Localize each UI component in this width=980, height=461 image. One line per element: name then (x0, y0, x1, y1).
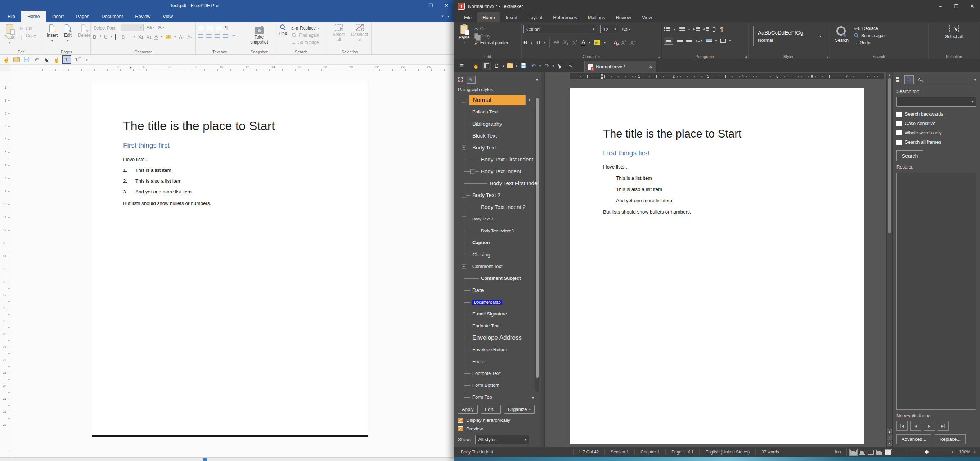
style-item-footer[interactable]: Footer (457, 356, 539, 367)
thumbnails-tab-icon[interactable] (896, 77, 900, 83)
align-left-button[interactable] (664, 37, 673, 45)
style-item-comment-subject[interactable]: Comment Subject (457, 272, 539, 284)
style-item-body-text-indent-3[interactable]: Body Text Indent 3 (457, 225, 539, 237)
paragraph-marks-icon[interactable]: ¶ (721, 26, 723, 32)
menu-item-mailings[interactable]: Mailings (582, 12, 611, 22)
checkbox-display-hierarchically[interactable]: ✓Display hierarchically (458, 418, 538, 423)
select-all-button[interactable]: Select all (331, 24, 347, 48)
align-right-icon[interactable] (215, 34, 220, 38)
textbox-overflow-icon[interactable] (207, 26, 213, 30)
bold-button[interactable]: B (523, 40, 527, 45)
indent-marker[interactable] (601, 74, 603, 79)
shrink-font-button[interactable]: A− (187, 34, 192, 40)
minimize-button[interactable]: – (407, 0, 423, 11)
font-size-select[interactable]: ▾ (121, 24, 144, 31)
line-spacing-button[interactable]: ↕≡▾ (695, 38, 702, 43)
checkbox-search-backwards[interactable]: Search backwards (896, 111, 976, 117)
take-snapshot-button[interactable]: Take snapshot (246, 24, 272, 46)
advanced-button[interactable]: Advanced... (896, 434, 931, 444)
menu-item-file[interactable]: File (2, 11, 21, 22)
text-page[interactable]: The title is the place to Start First th… (570, 88, 864, 444)
zoom-level[interactable]: 100% (957, 450, 970, 455)
font-color-button[interactable]: A (154, 34, 158, 40)
highlight-button[interactable]: ab (165, 35, 171, 39)
undo-icon[interactable]: ↶ (529, 62, 538, 70)
style-item-body-text-2[interactable]: −Body Text 2 (457, 189, 539, 201)
save-icon[interactable] (519, 62, 528, 70)
checkbox-search-all-frames[interactable]: Search all frames (896, 139, 976, 145)
style-item-envelope-address[interactable]: Envelope Address (457, 332, 539, 344)
menu-item-insert[interactable]: Insert (46, 11, 70, 22)
checkbox-preview[interactable]: ✓Preview (458, 426, 538, 431)
style-item-footnote-text[interactable]: Footnote Text (457, 367, 539, 379)
undo-icon[interactable]: ↶ (32, 56, 41, 64)
flexipdf-titlebar[interactable]: test.pdf - FlexiPDF Pro – ❐ ✕ (0, 0, 454, 11)
horizontal-ruler-right[interactable]: 1234567 (545, 72, 886, 80)
paragraph-marks-icon[interactable]: ¶ (225, 25, 228, 30)
style-gallery-dropdown-icon[interactable]: ▾ (819, 34, 821, 38)
clear-formatting-button[interactable]: A (614, 40, 617, 45)
style-item-block-text[interactable]: Block Text (457, 130, 539, 142)
bullet-list-icon[interactable] (664, 27, 670, 31)
minimize-button[interactable]: – (932, 0, 948, 12)
panel-dropdown-icon[interactable]: ▾ (536, 78, 538, 82)
search-tab-icon[interactable] (904, 75, 914, 84)
superscript-button[interactable]: X2 (573, 40, 578, 46)
strikethrough-button[interactable]: S (115, 34, 130, 40)
help-button[interactable]: ? (441, 14, 443, 19)
style-item-body-text-indent[interactable]: −Body Text Indent (457, 165, 539, 177)
style-item-form-top[interactable]: Form Top (457, 391, 539, 402)
tree-expander-icon[interactable]: − (470, 169, 475, 174)
style-gallery[interactable]: AaBbCcDdEeFfGg Normal ▾ (753, 26, 824, 46)
delete-page-button[interactable]: × Delete (76, 24, 93, 48)
align-left-icon[interactable] (198, 34, 204, 38)
style-item-envelope-return[interactable]: Envelope Return (457, 344, 539, 356)
tree-expander-icon[interactable]: − (461, 217, 466, 221)
menu-icon[interactable]: ≡ (457, 62, 466, 70)
browse-object-button[interactable]: ● (887, 435, 892, 440)
menu-item-home[interactable]: Home (477, 12, 500, 22)
first-result-button[interactable]: ◀ (896, 421, 908, 431)
navigation-icon[interactable] (458, 77, 463, 83)
decrease-indent-icon[interactable] (703, 27, 709, 31)
insert-text-tool-icon[interactable]: T (72, 56, 81, 64)
status-section[interactable]: Section 1 (605, 450, 634, 455)
textbox-link-icon[interactable] (216, 26, 222, 30)
line-spacing-button[interactable]: ↕≡▾ (231, 34, 238, 38)
menu-item-file[interactable]: File (459, 12, 477, 22)
search-input[interactable]: ▾ (896, 97, 976, 107)
vertical-scrollbar[interactable]: ▲ ▲ ● ▼ (886, 72, 892, 447)
book-view-icon[interactable] (885, 450, 892, 455)
redo-icon[interactable]: ↷ (542, 62, 552, 70)
copy-button[interactable]: Copy (474, 33, 508, 38)
menu-item-insert[interactable]: Insert (500, 12, 523, 22)
replace-button[interactable]: a+bReplace▾ (291, 26, 319, 30)
status-insert-mode[interactable]: Ins (829, 450, 846, 455)
panel-collapse-handle[interactable]: ‹ (541, 72, 545, 447)
open-file-icon[interactable] (12, 56, 21, 64)
deselect-all-button[interactable]: Deselect all (349, 24, 370, 48)
proofing-tab-icon[interactable]: A (918, 77, 921, 83)
page-view-icon[interactable] (850, 450, 856, 455)
paste-button[interactable]: Paste▾ (2, 24, 18, 48)
italic-button[interactable]: I (99, 34, 101, 40)
touch-mode-icon[interactable]: ☝ (2, 56, 11, 64)
font-name-select[interactable]: Calibri▾ (523, 25, 597, 33)
search-button[interactable]: Search (832, 24, 851, 53)
style-dropdown-icon[interactable]: ▾ (525, 95, 533, 105)
scroll-up-icon[interactable]: ▲ (887, 73, 892, 77)
outline-view-icon[interactable] (876, 450, 883, 455)
select-all-button[interactable]: Select all (930, 24, 977, 40)
pdf-page[interactable]: The title is the place to Start First th… (92, 81, 368, 437)
ruler-marker[interactable] (129, 67, 132, 69)
style-item-body-text-indent-2[interactable]: Body Text Indent 2 (457, 201, 539, 213)
cut-button[interactable]: ✂Cut (20, 26, 36, 31)
align-center-icon[interactable] (677, 38, 682, 43)
font-color-button[interactable]: A (581, 39, 585, 46)
style-item-comment-text[interactable]: −Comment Text (457, 260, 539, 272)
style-item-caption[interactable]: Caption (457, 237, 539, 249)
style-item-body-text-first-indent[interactable]: Body Text First Indent (457, 177, 539, 189)
maximize-button[interactable]: ❐ (423, 0, 439, 11)
last-result-button[interactable]: ▶ (937, 421, 949, 431)
apply-button[interactable]: Apply (458, 405, 478, 414)
